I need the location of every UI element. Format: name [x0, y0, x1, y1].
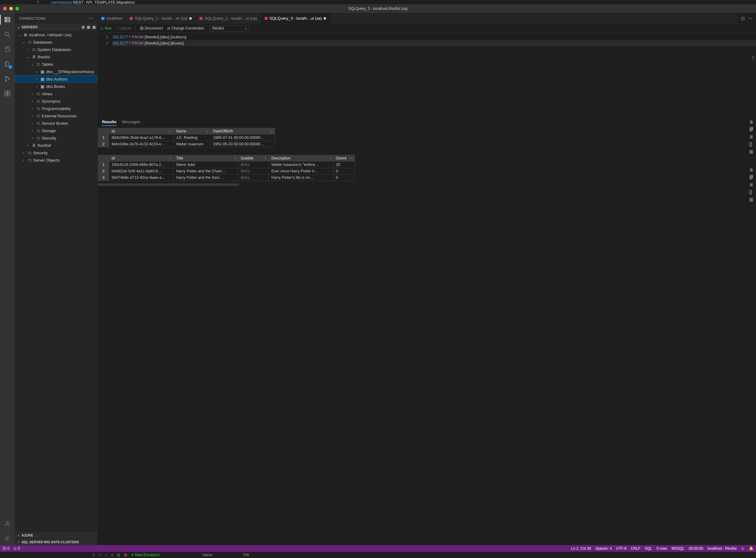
search-icon[interactable] — [3, 30, 12, 39]
line-gutter: 12 — [98, 34, 112, 46]
activity-bar: 2 — [0, 13, 15, 545]
new-connection-icon[interactable]: ⊞ — [82, 25, 84, 29]
save-excel-icon[interactable]: 🗐 — [749, 175, 754, 180]
error-icon: ⓧ — [2, 546, 6, 551]
run-button[interactable]: ▷Run — [101, 26, 111, 30]
connections-icon[interactable] — [3, 15, 12, 24]
debug-icon[interactable]: ⊘ — [92, 553, 95, 557]
chart-icon[interactable]: {} — [749, 189, 754, 195]
results-side-toolbar: 🗎 🗐 🗏 {} ▥ 🗎 🗐 🗏 {} ▥ — [747, 117, 756, 545]
status-time[interactable]: 00:00:00 — [689, 546, 703, 551]
notifications-icon[interactable]: 🔔 — [749, 546, 754, 551]
query-toolbar: ▷Run □Cancel ⏻Disconnect ⇄Change Connect… — [98, 24, 756, 33]
save-json-icon[interactable]: 🗏 — [749, 134, 754, 139]
cancel-button[interactable]: □Cancel — [116, 26, 131, 30]
tab-sqlquery2[interactable]: SQLQuery_2 - localh…ul (sa) — [196, 13, 261, 24]
window-title: SQLQuery_3 - localhost.Restful (sa) — [0, 6, 756, 11]
svg-line-5 — [8, 35, 10, 37]
tree-table-books[interactable]: ›▦dbo.Books — [15, 83, 97, 90]
status-bar: ⓧ0 ⚠0 Ln 2, Col 38 Spaces: 4 UTF-8 CRLF … — [0, 545, 756, 552]
new-exception-button[interactable]: ✦ New Exception — [131, 553, 159, 557]
status-language[interactable]: SQL — [645, 546, 652, 551]
svg-point-10 — [5, 80, 6, 81]
tree-table-migrations[interactable]: ›▦dbo.__EFMigrationsHistory — [15, 68, 97, 75]
debug-col-name: Name — [203, 553, 212, 557]
tree-tables-node[interactable]: ⌄🗀Tables — [15, 60, 97, 68]
save-excel-icon[interactable]: 🗐 — [749, 127, 754, 132]
explorer-icon[interactable]: 2 — [3, 59, 12, 68]
table-row: 398474b8e-d713-401e-8aee-a…Harry Potter … — [98, 175, 355, 181]
svg-rect-6 — [5, 47, 9, 52]
database-select[interactable]: Restful — [209, 25, 250, 31]
warning-icon: ⚠ — [13, 546, 17, 551]
status-connection[interactable]: localhost : Restful — [707, 546, 737, 551]
new-query-icon[interactable]: ▤ — [87, 25, 90, 29]
stop-icon: □ — [116, 26, 118, 30]
account-icon[interactable] — [3, 519, 12, 528]
table-row: 2bfe902af-3cf0-4a1c-8a83-6…Harry Potter … — [98, 168, 355, 175]
refresh-icon[interactable]: ▥ — [93, 25, 96, 29]
save-csv-icon[interactable]: 🗎 — [749, 168, 754, 172]
notebooks-icon[interactable] — [3, 45, 12, 53]
tree-synonyms-node[interactable]: ›🗀Synonyms — [15, 97, 97, 105]
settings-icon[interactable] — [3, 534, 12, 543]
code-editor[interactable]: 12 SELECT * FROM [Restful].[dbo].[Author… — [98, 33, 756, 117]
visualizer-icon[interactable]: ▥ — [749, 149, 754, 154]
save-json-icon[interactable]: 🗏 — [749, 182, 754, 187]
debug-icon[interactable]: ↻ — [98, 553, 101, 557]
change-connection-button[interactable]: ⇄Change Connection — [167, 26, 204, 30]
bigdata-section-header[interactable]: ›SQL SERVER BIG DATA CLUSTERS — [15, 538, 97, 545]
results-grid-1[interactable]: Id⌄ Name⌄ DateOfBirth⌄ 190d10994-3bdd-4c… — [98, 128, 275, 148]
visualizer-icon[interactable]: ▥ — [749, 197, 754, 202]
sidebar-action-1-icon[interactable]: ⋯ — [89, 16, 94, 21]
tree-databases-node[interactable]: ⌄🗀Databases — [15, 39, 97, 46]
status-rows[interactable]: 5 rows — [656, 546, 667, 551]
svg-rect-15 — [8, 94, 10, 96]
status-eol[interactable]: CRLF — [631, 546, 640, 551]
tree-storage-node[interactable]: ›🗀Storage — [15, 127, 97, 134]
servers-section-header[interactable]: ⌄ SERVERS ⊞ ▤ ▥ — [15, 24, 97, 30]
debug-icon[interactable]: 🐞 — [123, 553, 128, 557]
tree-security2-node[interactable]: ›🗀Security — [15, 149, 97, 156]
chart-icon[interactable]: {} — [749, 142, 754, 147]
tree-server-objects-node[interactable]: ›🗀Server Objects — [15, 156, 97, 164]
source-control-icon[interactable] — [3, 74, 12, 83]
tree-restful-db-node[interactable]: ⌄🛢Restful — [15, 53, 97, 60]
extensions-icon[interactable] — [3, 89, 12, 98]
tree-external-resources-node[interactable]: ›🗀External Resources — [15, 112, 97, 120]
debug-icon[interactable]: ▦ — [117, 553, 120, 557]
status-lncol[interactable]: Ln 2, Col 38 — [571, 546, 591, 551]
tree-sysdb-node[interactable]: ›🗀System Databases — [15, 46, 97, 53]
debug-icon[interactable]: ⤓ — [104, 553, 107, 557]
tab-sqlquery1[interactable]: SQLQuery_1 - localh…er (sa) — [126, 13, 196, 24]
disconnect-button[interactable]: ⏻Disconnect — [140, 26, 163, 30]
results-grid-2[interactable]: Id⌄ Title⌄ Subtitle⌄ Description⌄ Genre⌄… — [98, 155, 355, 181]
debug-icon[interactable]: ⊕ — [111, 553, 114, 557]
status-mssql[interactable]: MSSQL — [672, 546, 684, 551]
tree-security-node[interactable]: ›🗀Security — [15, 134, 97, 142]
minimap-icon: T — [751, 55, 755, 62]
tab-sqlquery3[interactable]: SQLQuery_3 - localh…ul (sa) — [261, 13, 330, 24]
tree-restfull-db-node[interactable]: ›🛢Restfull — [15, 142, 97, 149]
tree-programmability-node[interactable]: ›🗀Programmability — [15, 105, 97, 112]
tab-localhost[interactable]: localhost — [98, 13, 126, 24]
more-actions-icon[interactable]: ⋯ — [748, 16, 752, 21]
feedback-icon[interactable]: ☺ — [741, 546, 745, 551]
results-tab[interactable]: Results — [102, 118, 117, 126]
sidebar-title: CONNECTIONS — [19, 17, 46, 20]
tree-server-node[interactable]: ⌄🖥localhost, <default> (sa) — [15, 31, 97, 39]
svg-point-3 — [6, 21, 6, 21]
status-errors[interactable]: ⓧ0 — [2, 546, 9, 551]
tree-views-node[interactable]: ›🗀Views — [15, 90, 97, 97]
status-spaces[interactable]: Spaces: 4 — [595, 546, 611, 551]
messages-tab[interactable]: Messages — [122, 118, 140, 126]
status-encoding[interactable]: UTF-8 — [616, 546, 627, 551]
tree-service-broker-node[interactable]: ›🗀Service Broker — [15, 120, 97, 127]
status-warnings[interactable]: ⚠0 — [13, 546, 20, 551]
save-csv-icon[interactable]: 🗎 — [749, 120, 754, 124]
tree-table-authors[interactable]: ›▦dbo.Authors — [15, 75, 97, 83]
play-icon: ▷ — [101, 26, 104, 30]
azure-section-header[interactable]: ›AZURE — [15, 532, 97, 538]
split-editor-icon[interactable]: ◫ — [741, 16, 745, 21]
horizontal-scrollbar[interactable] — [98, 183, 239, 186]
